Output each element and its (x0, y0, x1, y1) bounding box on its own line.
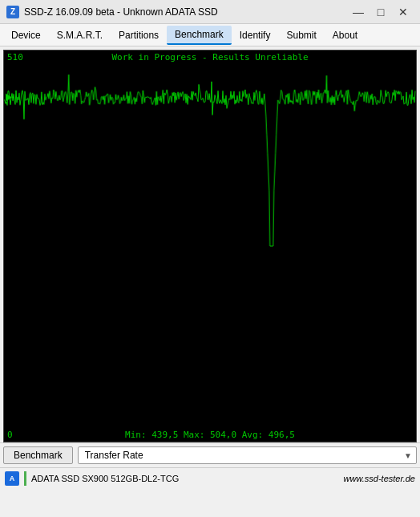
drive-name: ADATA SSD SX900 512GB-DL2-TCG (31, 474, 339, 483)
benchmark-chart: 510 Work in Progress - Results Unreliabl… (3, 50, 417, 442)
menu-smart[interactable]: S.M.A.R.T. (49, 26, 111, 44)
title-bar: Z SSD-Z 16.09.09 beta - Unknown ADATA SS… (0, 0, 420, 24)
window-title: SSD-Z 16.09.09 beta - Unknown ADATA SSD (24, 6, 218, 18)
close-button[interactable]: ✕ (393, 4, 414, 20)
minimize-button[interactable]: — (348, 4, 369, 20)
chart-y-max-label: 510 (7, 52, 23, 63)
benchmark-button[interactable]: Benchmark (3, 446, 73, 464)
drive-icon: A (5, 471, 19, 486)
website-url: www.ssd-tester.de (344, 474, 415, 483)
transfer-type-select[interactable]: Transfer Rate Access Time Burst Rate (78, 446, 417, 464)
menu-submit[interactable]: Submit (278, 26, 324, 44)
menu-about[interactable]: About (325, 26, 365, 44)
menu-partitions[interactable]: Partitions (111, 26, 167, 44)
maximize-button[interactable]: □ (370, 4, 391, 20)
menu-device[interactable]: Device (3, 26, 49, 44)
status-bar: A ADATA SSD SX900 512GB-DL2-TCG www.ssd-… (0, 467, 420, 488)
chart-stats: Min: 439,5 Max: 504,0 Avg: 496,5 (125, 430, 295, 440)
menu-identify[interactable]: Identify (232, 26, 279, 44)
transfer-type-dropdown-container: Transfer Rate Access Time Burst Rate ▼ (78, 446, 417, 464)
title-bar-left: Z SSD-Z 16.09.09 beta - Unknown ADATA SS… (6, 6, 218, 18)
chart-canvas (4, 50, 416, 442)
menu-bar: Device S.M.A.R.T. Partitions Benchmark I… (0, 24, 420, 46)
status-divider (24, 471, 26, 486)
bottom-toolbar: Benchmark Transfer Rate Access Time Burs… (0, 442, 420, 467)
menu-benchmark[interactable]: Benchmark (167, 26, 232, 45)
chart-y-min-label: 0 (7, 430, 13, 440)
chart-title: Work in Progress - Results Unreliable (111, 52, 308, 63)
app-icon: Z (6, 6, 19, 18)
window-controls: — □ ✕ (348, 4, 414, 20)
